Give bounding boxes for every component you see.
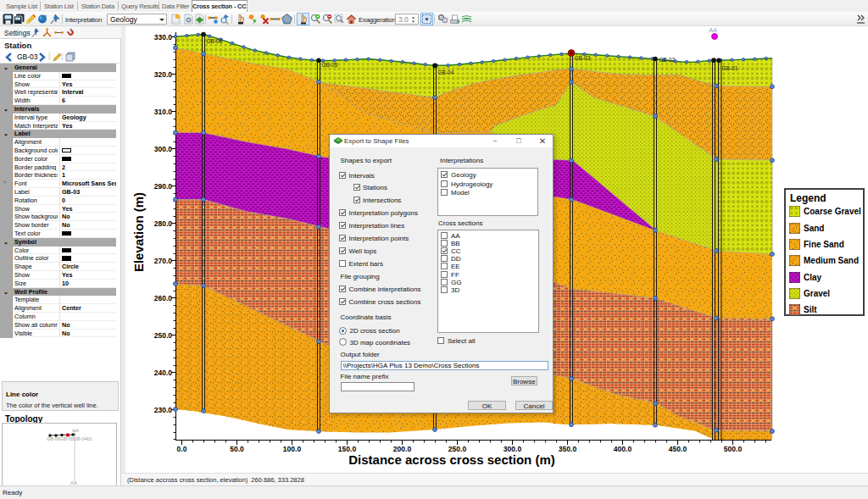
svg-text:GB-03: GB-03 [575,55,591,61]
svg-text:450.0: 450.0 [669,445,687,453]
svg-text:310.0: 310.0 [154,108,173,116]
svg-text:250.0: 250.0 [154,331,173,340]
svg-text:330.0: 330.0 [154,33,173,42]
svg-text:100.0: 100.0 [283,445,302,453]
svg-text:0.0: 0.0 [177,445,187,453]
svg-text:GB-02: GB-02 [659,57,676,63]
svg-text:260.0: 260.0 [154,294,173,302]
svg-text:GB-05: GB-05 [322,62,338,68]
svg-text:GB-01: GB-01 [722,65,738,71]
svg-text:350.0: 350.0 [559,445,577,453]
svg-text:320.0: 320.0 [154,70,173,79]
svg-text:230.0: 230.0 [154,406,173,414]
svg-text:500.0: 500.0 [724,445,743,453]
svg-text:300.0: 300.0 [154,145,173,153]
svg-text:AA: AA [72,428,79,433]
svg-text:280.0: 280.0 [154,219,173,228]
svg-text:GB-04: GB-04 [438,69,454,75]
svg-text:270.0: 270.0 [154,257,173,265]
svg-text:240.0: 240.0 [154,369,173,377]
svg-text:Elevation (m): Elevation (m) [131,192,146,272]
svg-text:GB-06: GB-06 [207,38,223,44]
svg-text:GB-06GB-05GB-0401: GB-06GB-05GB-0401 [47,436,92,441]
svg-text:50.0: 50.0 [230,445,244,453]
svg-text:AA: AA [709,27,718,33]
svg-text:290.0: 290.0 [154,182,173,191]
svg-text:400.0: 400.0 [614,445,632,453]
svg-text:Distance across cross section: Distance across cross section (m) [348,452,554,467]
